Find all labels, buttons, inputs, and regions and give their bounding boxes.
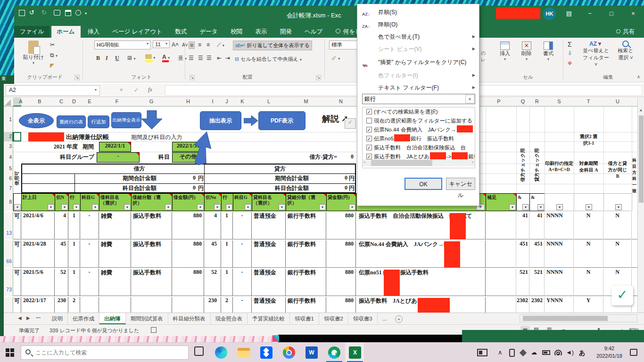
sheet-tab-kamoku[interactable]: 科目細分類表: [168, 313, 211, 324]
cell-usable[interactable]: 可: [13, 297, 21, 313]
cell-flag1[interactable]: Y: [574, 297, 603, 313]
qat-caret-icon[interactable]: ▾: [85, 11, 87, 16]
checkbox[interactable]: [366, 118, 372, 123]
column-letter[interactable]: J: [220, 99, 234, 104]
taskbar-search-input[interactable]: [21, 346, 189, 360]
undo-icon[interactable]: ↺: [29, 9, 34, 16]
filter-list-item[interactable]: 現在の選択範囲をフィルターに追加する: [363, 116, 475, 125]
cell-debit-amount[interactable]: [172, 297, 204, 313]
sheet-tab-setsumei[interactable]: 説明: [47, 313, 68, 324]
group-value-cell[interactable]: -: [97, 152, 140, 163]
cell-posting-date[interactable]: 2022/1/17: [21, 297, 55, 313]
cell-memo[interactable]: 振込手数料 自治会活動保険振込 銀行宛て: [356, 212, 486, 240]
row-header-2-highlight[interactable]: [4, 132, 13, 141]
column-letter[interactable]: T: [581, 99, 595, 104]
gray-check-shape[interactable]: ✓: [345, 118, 356, 129]
header-supplement[interactable]: 補足▼: [486, 193, 517, 211]
decrease-indent-icon[interactable]: ⇤: [217, 55, 222, 61]
cell-slip-no2[interactable]: 230: [204, 297, 221, 313]
scroll-right-icon[interactable]: ›: [472, 160, 473, 165]
cell-debit-subclass[interactable]: 振込手数料: [131, 269, 172, 296]
cell-print-flags[interactable]: NNNN: [545, 240, 574, 268]
column-letter[interactable]: C: [54, 99, 68, 104]
row-number[interactable]: [4, 297, 13, 313]
filter-button[interactable]: ▼: [522, 204, 529, 210]
filter-button[interactable]: ▼: [61, 204, 68, 210]
cell-posting-date[interactable]: 2021/5/6: [21, 269, 55, 296]
wrap-text-button[interactable]: ab↵ 折り返して全体を表示する: [233, 41, 312, 50]
header-debit-subclass[interactable]: 借細分類（選 択）▼: [131, 193, 173, 211]
cell-debit-account[interactable]: [99, 297, 131, 313]
tab-scroll-left-icon[interactable]: ◀: [18, 315, 22, 321]
cell-memo[interactable]: 伝票no51 銀行 振込手数料: [356, 269, 486, 296]
wifi-icon[interactable]: [554, 349, 562, 355]
paste-button[interactable]: 貼り付け▾: [23, 41, 44, 65]
filter-button[interactable]: ▼: [73, 204, 80, 210]
print-preview-icon[interactable]: [75, 10, 81, 16]
column-letter[interactable]: R: [530, 99, 544, 104]
widgets-icon[interactable]: [477, 349, 487, 356]
tab-help[interactable]: ヘルプ: [299, 26, 328, 38]
align-left-icon[interactable]: ☰: [189, 55, 194, 61]
format-cells-button[interactable]: 書式▾: [538, 41, 558, 61]
checkbox[interactable]: ✓: [366, 154, 372, 159]
header-slip-no[interactable]: 伝N▼: [55, 193, 69, 211]
balance-value[interactable]: 0: [339, 153, 354, 160]
cell-subject-g2[interactable]: -: [233, 269, 252, 296]
filter-button[interactable]: ▼: [319, 204, 326, 210]
cell-usable[interactable]: 可: [13, 240, 21, 268]
sheet-tab-ryoshusho2[interactable]: 領収書2: [319, 313, 348, 324]
chrome-icon[interactable]: [283, 346, 295, 359]
cell-line2[interactable]: 1: [221, 212, 233, 240]
select-all-corner[interactable]: [5, 99, 11, 106]
row-number[interactable]: 66: [4, 240, 13, 268]
cell-credit-amount[interactable]: 880: [326, 212, 356, 240]
menu-sort-ascending[interactable]: AZ↓昇順(S): [357, 6, 479, 18]
cell-debit-amount[interactable]: 880: [172, 212, 204, 240]
tab-insert[interactable]: 挿入: [82, 26, 105, 38]
show-last-row-button[interactable]: 最終行の表示: [57, 115, 86, 128]
row-number[interactable]: 5: [9, 165, 12, 171]
cell-subject-g[interactable]: [80, 297, 99, 313]
cell-debit-check[interactable]: 451: [516, 240, 529, 268]
table-row[interactable]: 73 可 2021/5/6 52 1 - 雑費 振込手数料 880 52 1 -…: [4, 268, 637, 296]
align-top-icon[interactable]: ≡: [189, 41, 195, 49]
row-number[interactable]: 8: [9, 199, 12, 205]
cell-debit-account[interactable]: 雑費: [99, 212, 131, 240]
cell-flag1[interactable]: N: [574, 240, 603, 268]
row-number[interactable]: 3: [9, 143, 12, 149]
increase-font-icon[interactable]: A˄: [172, 41, 179, 48]
tab-more-right[interactable]: ...: [378, 313, 392, 324]
cell-debit-account[interactable]: 雑費: [99, 240, 131, 268]
cut-icon[interactable]: ✂: [50, 41, 55, 48]
row-number[interactable]: 73: [4, 269, 13, 296]
list-h-scrollbar[interactable]: ‹ ›: [363, 159, 475, 166]
maximize-button[interactable]: □: [603, 8, 619, 20]
sheet-tab-kikanbetsu[interactable]: 期間別試算表: [126, 313, 168, 324]
tab-formulas[interactable]: 数式: [169, 26, 192, 38]
clipboard-dialog-launcher[interactable]: ↘: [74, 75, 80, 80]
borders-icon[interactable]: ⊞ ▾: [127, 55, 135, 61]
cell-flag1[interactable]: N: [574, 212, 603, 240]
clear-icon[interactable]: ◆: [568, 59, 572, 66]
copy-icon[interactable]: ⧉ ▾: [50, 52, 58, 58]
column-letter[interactable]: Q: [516, 99, 530, 104]
cell-subject-g[interactable]: -: [80, 240, 99, 268]
column-letter[interactable]: K: [235, 99, 249, 104]
cell-credit-subclass[interactable]: 銀行手数料: [286, 212, 326, 240]
touch-mode-icon[interactable]: [54, 10, 60, 16]
filter-button[interactable]: ▼: [165, 204, 172, 210]
insert-function-icon[interactable]: fx: [148, 86, 152, 93]
minimize-button[interactable]: −: [582, 8, 598, 20]
ime-icon[interactable]: あ: [579, 349, 585, 357]
cell-line[interactable]: 2: [68, 297, 80, 313]
menu-sort-by-color[interactable]: 色で並べ替え(T)▶: [357, 31, 479, 43]
cell-credit-account[interactable]: 普通預金: [252, 240, 286, 268]
column-letter[interactable]: A: [14, 99, 28, 104]
filter-button[interactable]: ▼: [197, 204, 204, 210]
font-color-icon[interactable]: A ▾: [162, 54, 170, 60]
cell-line[interactable]: 1: [68, 240, 80, 268]
cell-posting-date[interactable]: 2021/4/28: [21, 240, 55, 268]
find-select-button[interactable]: 検索と 選択 ˅: [613, 41, 638, 61]
insert-cells-button[interactable]: 挿入▾: [495, 41, 515, 61]
